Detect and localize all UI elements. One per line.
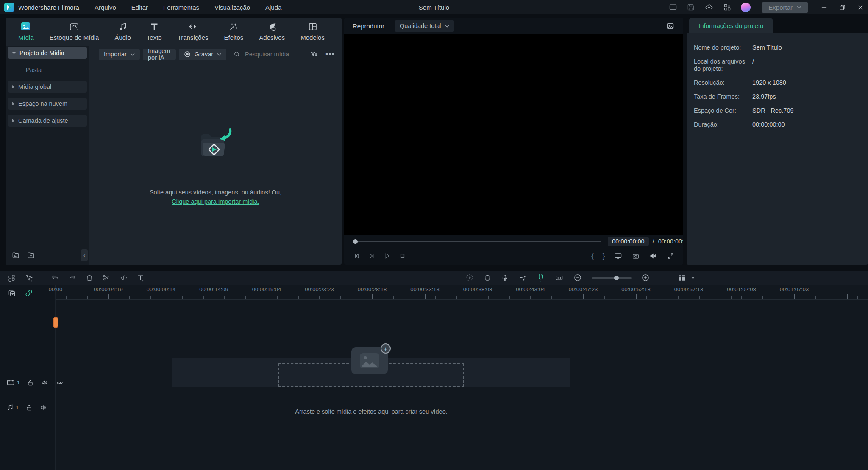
track-manager[interactable] <box>678 274 695 282</box>
snapshot-camera-icon[interactable] <box>632 252 640 260</box>
mute-track-icon[interactable] <box>39 404 47 411</box>
lock-track-icon[interactable] <box>25 404 33 412</box>
save-icon[interactable] <box>687 3 695 11</box>
duplicate-track-icon[interactable] <box>8 289 16 297</box>
seek-handle[interactable] <box>353 239 358 244</box>
tab-adesivos[interactable]: Adesivos <box>259 22 285 41</box>
seek-bar[interactable] <box>353 241 601 242</box>
zoom-out-icon[interactable] <box>573 274 582 282</box>
video-preview[interactable] <box>344 34 683 235</box>
import-button[interactable]: Importar <box>99 49 140 60</box>
folder-tree-icon[interactable] <box>11 252 20 259</box>
playhead[interactable] <box>56 286 56 470</box>
mark-in-icon[interactable]: { <box>591 252 593 260</box>
voiceover-mic-icon[interactable] <box>501 274 509 282</box>
field-value: Sem Título <box>752 44 782 51</box>
timeline-tools-right <box>465 271 695 285</box>
layout-blocks-icon[interactable] <box>8 274 16 282</box>
collapse-sidebar-button[interactable]: ‹ <box>81 249 88 261</box>
lock-track-icon[interactable] <box>27 379 34 387</box>
tab-texto[interactable]: Texto <box>147 22 162 41</box>
audio-mixer-icon[interactable] <box>518 274 527 282</box>
import-label: Importar <box>104 51 127 58</box>
select-tool-icon[interactable] <box>25 274 33 282</box>
mark-out-icon[interactable]: } <box>603 252 605 260</box>
next-frame-button[interactable] <box>368 252 376 260</box>
delete-icon[interactable] <box>86 274 93 282</box>
export-button[interactable]: Exportar <box>762 2 808 13</box>
stop-button[interactable] <box>398 252 406 260</box>
zoom-slider-handle[interactable] <box>614 276 619 280</box>
play-button[interactable] <box>383 252 391 260</box>
text-tool-icon[interactable] <box>136 274 145 282</box>
dropzone-text: Solte aqui seus vídeos, imagens, ou áudi… <box>150 189 281 196</box>
mute-track-icon[interactable] <box>41 379 49 386</box>
display-device-icon[interactable] <box>614 252 623 260</box>
record-button[interactable]: Gravar <box>179 49 226 60</box>
filmora-app: Wondershare Filmora Arquivo Editar Ferra… <box>0 0 868 470</box>
filter-icon[interactable] <box>309 50 318 58</box>
sidebar-item-projeto-de-midia[interactable]: Projeto de Mídia <box>8 47 87 59</box>
tab-label: Mídia <box>18 34 34 41</box>
sidebar-item-espaco-na-nuvem[interactable]: Espaço na nuvem <box>8 98 87 110</box>
redo-icon[interactable] <box>68 274 77 282</box>
sidebar-item-midia-global[interactable]: Mídia global <box>8 81 87 93</box>
tab-midia[interactable]: Mídia <box>18 22 34 41</box>
sidebar-item-pasta[interactable]: Pasta <box>8 64 87 76</box>
ruler-tick-label: 00:00:43:04 <box>516 286 545 293</box>
menu-arquivo[interactable]: Arquivo <box>95 4 116 11</box>
timeline-tracks[interactable]: + Arraste e solte mídia e efeitos aqui p… <box>56 300 868 470</box>
auto-ripple-link-icon[interactable] <box>25 289 33 297</box>
undo-icon[interactable] <box>51 274 59 282</box>
more-options-icon[interactable]: ••• <box>326 52 335 56</box>
tab-label: Texto <box>147 34 162 41</box>
preview-image-icon[interactable] <box>666 22 675 30</box>
layout-panel-icon[interactable] <box>669 3 677 11</box>
titlebar-right: Exportar <box>669 0 864 14</box>
tab-audio[interactable]: Áudio <box>114 22 131 41</box>
search-input[interactable] <box>244 50 309 58</box>
fit-timeline-icon[interactable] <box>555 274 564 282</box>
zoom-in-icon[interactable] <box>641 274 650 282</box>
sidebar-item-camada-de-ajuste[interactable]: Camada de ajuste <box>8 115 87 127</box>
menu-visualizacao[interactable]: Visualização <box>214 4 250 11</box>
tab-informacoes-do-projeto[interactable]: Informações do projeto <box>689 18 773 33</box>
marker-shield-icon[interactable] <box>484 274 491 282</box>
minimize-button[interactable] <box>821 4 827 11</box>
chevron-down-icon <box>217 53 221 56</box>
workspace-grid-icon[interactable] <box>723 3 732 11</box>
menu-ajuda[interactable]: Ajuda <box>265 4 281 11</box>
user-avatar[interactable] <box>741 3 751 12</box>
ai-image-button[interactable]: Imagem por IA <box>143 49 176 60</box>
fullscreen-icon[interactable] <box>667 252 675 260</box>
split-scissors-icon[interactable] <box>102 274 110 282</box>
timeline-ruler[interactable]: 00:00 00:00:04:19 00:00:09:14 00:00:14:0… <box>56 285 868 300</box>
tab-label: Efeitos <box>224 34 243 41</box>
media-dropzone[interactable]: Solte aqui seus vídeos, imagens, ou áudi… <box>89 126 342 205</box>
close-button[interactable] <box>857 4 864 11</box>
ruler-tick-label: 00:00:38:08 <box>463 286 492 293</box>
beat-detection-icon[interactable] <box>119 274 128 282</box>
timeline-content[interactable]: 00:00 00:00:04:19 00:00:09:14 00:00:14:0… <box>56 285 868 470</box>
menu-ferramentas[interactable]: Ferramentas <box>163 4 199 11</box>
snap-magnet-icon[interactable] <box>537 274 545 282</box>
tab-efeitos[interactable]: Efeitos <box>224 22 243 41</box>
tab-estoque-de-midia[interactable]: Estoque de Mídia <box>50 22 99 41</box>
quality-dropdown[interactable]: Qualidade total <box>395 20 454 32</box>
previous-frame-button[interactable] <box>353 252 361 260</box>
import-media-link[interactable]: Clique aqui para importar mídia. <box>172 198 259 205</box>
add-media-badge[interactable]: + <box>381 343 391 354</box>
cloud-upload-icon[interactable] <box>704 3 714 11</box>
media-search[interactable] <box>234 50 309 58</box>
new-folder-icon[interactable] <box>27 252 35 259</box>
render-preview-icon[interactable] <box>465 274 474 282</box>
playhead-handle[interactable] <box>53 317 58 328</box>
tab-transicoes[interactable]: Transições <box>178 22 209 41</box>
tab-modelos[interactable]: Modelos <box>300 22 325 41</box>
menu-editar[interactable]: Editar <box>131 4 148 11</box>
menubar: Arquivo Editar Ferramentas Visualização … <box>95 4 281 11</box>
volume-icon[interactable] <box>649 252 658 260</box>
restore-button[interactable] <box>839 4 846 11</box>
tab-label: Áudio <box>114 34 131 41</box>
timeline-zoom-slider[interactable] <box>592 277 632 279</box>
